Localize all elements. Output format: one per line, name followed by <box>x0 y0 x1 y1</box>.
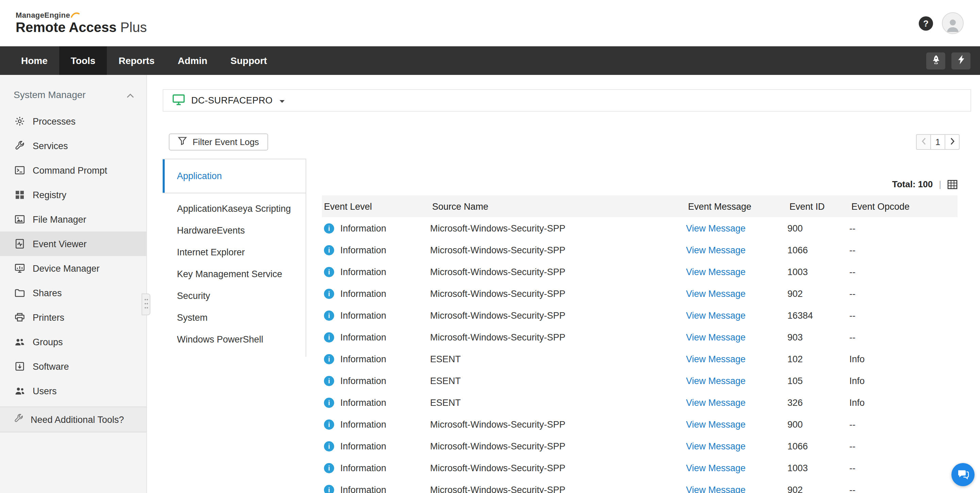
need-additional-tools-link[interactable]: Need Additional Tools? <box>0 407 146 432</box>
category-item-internet-explorer[interactable]: Internet Explorer <box>163 241 305 263</box>
pagination-prev-button[interactable] <box>916 134 931 150</box>
users-icon <box>14 385 25 397</box>
table-header: Event Level Source Name Event Message Ev… <box>322 195 958 217</box>
sidebar-item-file-manager[interactable]: File Manager <box>0 207 146 231</box>
event-opcode-cell: Info <box>850 375 958 386</box>
event-message-cell: View Message <box>686 289 788 298</box>
view-message-link[interactable]: View Message <box>686 375 746 386</box>
sidebar-item-label: Services <box>33 140 68 151</box>
help-icon[interactable]: ? <box>919 16 933 30</box>
table-row: iInformationMicrosoft-Windows-Security-S… <box>322 282 958 305</box>
sidebar-item-users[interactable]: Users <box>0 379 146 403</box>
column-header-source-name: Source Name <box>430 201 686 211</box>
source-name-cell: Microsoft-Windows-Security-SPP <box>430 310 686 321</box>
view-message-link[interactable]: View Message <box>686 485 746 493</box>
nav-item-support[interactable]: Support <box>219 46 278 75</box>
nav-item-admin[interactable]: Admin <box>166 46 219 75</box>
source-name-cell: Microsoft-Windows-Security-SPP <box>430 223 686 233</box>
event-opcode-cell: Info <box>850 397 958 408</box>
source-name-cell: Microsoft-Windows-Security-SPP <box>430 441 686 451</box>
content-row: ApplicationApplicationKaseya ScriptingHa… <box>163 159 958 493</box>
table-row: iInformationMicrosoft-Windows-Security-S… <box>322 217 958 239</box>
event-id-cell: 326 <box>788 397 850 408</box>
funnel-icon <box>178 136 187 148</box>
sidebar-item-registry[interactable]: Registry <box>0 182 146 207</box>
view-message-link[interactable]: View Message <box>686 310 746 321</box>
event-id-cell: 902 <box>788 289 850 298</box>
sidebar-section-system-manager[interactable]: System Manager <box>0 75 146 109</box>
view-message-link[interactable]: View Message <box>686 441 746 451</box>
event-level-cell: iInformation <box>322 332 430 342</box>
information-icon: i <box>324 485 334 493</box>
event-message-cell: View Message <box>686 266 788 277</box>
sidebar-item-software[interactable]: Software <box>0 354 146 379</box>
sidebar-item-label: Registry <box>33 190 66 200</box>
sidebar-item-groups[interactable]: Groups <box>0 330 146 354</box>
category-item-system[interactable]: System <box>163 306 305 328</box>
chat-bubble-icon <box>957 468 969 481</box>
sidebar-item-label: Device Manager <box>33 263 100 273</box>
column-header-event-level: Event Level <box>322 201 430 211</box>
nav-item-reports[interactable]: Reports <box>107 46 166 75</box>
view-message-link[interactable]: View Message <box>686 266 746 277</box>
sidebar-item-processes[interactable]: Processes <box>0 109 146 134</box>
view-message-link[interactable]: View Message <box>686 289 746 298</box>
filter-event-logs-button[interactable]: Filter Event Logs <box>169 134 268 150</box>
event-log-categories: ApplicationApplicationKaseya ScriptingHa… <box>163 159 306 357</box>
nav-quick-actions <box>926 46 970 75</box>
main-content: DC-SURFACEPRO Filter Event Logs 1 Applic… <box>147 75 980 493</box>
category-item-windows-powershell[interactable]: Windows PowerShell <box>163 328 305 350</box>
event-message-cell: View Message <box>686 441 788 451</box>
table-view-icon[interactable] <box>947 180 958 189</box>
information-icon: i <box>324 245 334 255</box>
event-message-cell: View Message <box>686 223 788 233</box>
pagination-current-page[interactable]: 1 <box>930 134 945 150</box>
event-level-text: Information <box>340 354 386 364</box>
view-message-link[interactable]: View Message <box>686 419 746 429</box>
sidebar-item-label: Printers <box>33 312 64 322</box>
nav-item-tools[interactable]: Tools <box>59 46 107 75</box>
sidebar-item-services[interactable]: Services <box>0 134 146 158</box>
table-row: iInformationESENTView Message102Info <box>322 348 958 370</box>
event-opcode-cell: -- <box>850 485 958 493</box>
quick-tools-button[interactable] <box>951 52 970 69</box>
view-message-link[interactable]: View Message <box>686 463 746 473</box>
sidebar-item-device-manager[interactable]: Device Manager <box>0 256 146 281</box>
sidebar-item-event-viewer[interactable]: Event Viewer <box>0 231 146 256</box>
sidebar-item-command-prompt[interactable]: Command Prompt <box>0 158 146 182</box>
event-level-text: Information <box>340 441 386 451</box>
event-opcode-cell: -- <box>850 441 958 451</box>
chat-button[interactable] <box>951 463 975 486</box>
user-avatar[interactable] <box>942 12 964 34</box>
brand-swoosh-icon <box>71 11 80 19</box>
source-name-cell: ESENT <box>430 375 686 386</box>
category-item-security[interactable]: Security <box>163 285 305 306</box>
header-actions: ? <box>919 12 964 34</box>
processes-icon <box>14 115 25 127</box>
view-message-link[interactable]: View Message <box>686 354 746 364</box>
source-name-cell: ESENT <box>430 397 686 408</box>
nav-item-home[interactable]: Home <box>10 46 59 75</box>
view-message-link[interactable]: View Message <box>686 397 746 408</box>
pagination-next-button[interactable] <box>945 134 959 150</box>
device-name: DC-SURFACEPRO <box>191 95 272 105</box>
view-message-link[interactable]: View Message <box>686 332 746 342</box>
sidebar-collapse-handle[interactable] <box>142 294 150 315</box>
category-item-key-management-service[interactable]: Key Management Service <box>163 263 305 285</box>
sidebar-item-shares[interactable]: Shares <box>0 281 146 305</box>
event-level-text: Information <box>340 485 386 493</box>
category-item-application[interactable]: Application <box>163 160 305 193</box>
view-message-link[interactable]: View Message <box>686 223 746 233</box>
category-item-hardwareevents[interactable]: HardwareEvents <box>163 219 305 241</box>
information-icon: i <box>324 310 334 321</box>
remote-session-button[interactable] <box>926 52 945 69</box>
view-message-link[interactable]: View Message <box>686 245 746 255</box>
services-icon <box>14 140 25 152</box>
sidebar-item-printers[interactable]: Printers <box>0 305 146 330</box>
category-item-applicationkaseya-scripting[interactable]: ApplicationKaseya Scripting <box>163 198 305 219</box>
source-name-cell: ESENT <box>430 354 686 364</box>
information-icon: i <box>324 332 334 342</box>
brand-manageengine-text: ManageEngine <box>16 11 70 19</box>
device-selector[interactable]: DC-SURFACEPRO <box>163 89 971 112</box>
sidebar-item-label: Command Prompt <box>33 165 107 176</box>
